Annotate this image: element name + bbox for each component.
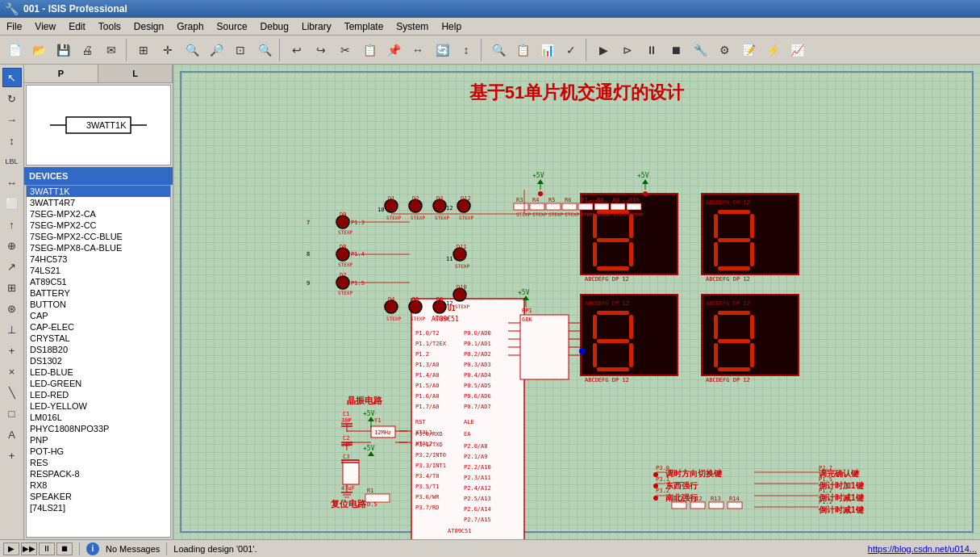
comp-crystal[interactable]: CRYSTAL xyxy=(27,333,170,344)
tb-tools2[interactable]: 🔧 xyxy=(689,39,711,61)
schematic-canvas-area[interactable]: 基于51单片机交通灯的设计 ABCDEFG DP 12 ABCDEFG DP 1… xyxy=(173,65,980,539)
tb-graph[interactable]: 📈 xyxy=(786,39,808,61)
comp-respack-8[interactable]: RESPACK-8 xyxy=(27,468,170,480)
tb-mirror[interactable]: ↕ xyxy=(455,39,477,61)
tool-line[interactable]: ╲ xyxy=(2,383,22,402)
comp-ds1302[interactable]: DS1302 xyxy=(27,355,170,366)
tb-redo[interactable]: ↪ xyxy=(310,39,332,61)
comp-speaker[interactable]: SPEAKER xyxy=(27,491,170,502)
tb-stop[interactable]: ⏹ xyxy=(665,39,687,61)
comp-7seg-mpx8-ca-blue[interactable]: 7SEG-MPX8-CA-BLUE xyxy=(27,242,170,253)
tb-bom[interactable]: 📊 xyxy=(536,39,558,61)
tb-open[interactable]: 📂 xyxy=(27,39,50,61)
menu-help[interactable]: Help xyxy=(435,19,468,34)
tb-zoom-out[interactable]: 🔎 xyxy=(205,39,227,61)
comp-led-blue[interactable]: LED-BLUE xyxy=(27,366,170,378)
tb-netlist[interactable]: 📋 xyxy=(511,39,534,61)
transport-pause[interactable]: ⏸ xyxy=(39,542,55,555)
tb-move[interactable]: ↔ xyxy=(407,39,429,61)
menu-file[interactable]: File xyxy=(0,19,28,34)
tool-power[interactable]: ⊛ xyxy=(2,299,22,318)
comp-74hc573[interactable]: 74HC573 xyxy=(27,253,170,265)
tb-grid[interactable]: ⊞ xyxy=(132,39,155,61)
tool-label[interactable]: LBL xyxy=(2,152,22,171)
comp-at89c51[interactable]: AT89C51 xyxy=(27,276,170,287)
comp-cap-elec[interactable]: CAP-ELEC xyxy=(27,321,170,333)
tb-zoom-fit[interactable]: ⊡ xyxy=(229,39,252,61)
comp-led-green[interactable]: LED-GREEN xyxy=(27,378,170,389)
tool-text[interactable]: A xyxy=(2,425,22,444)
menu-source[interactable]: Source xyxy=(211,19,254,34)
comp-7seg-mpx2-cc-blue[interactable]: 7SEG-MPX2-CC-BLUE xyxy=(27,231,170,242)
menu-debug[interactable]: Debug xyxy=(254,19,295,34)
comp-ds18b20[interactable]: DS18B20 xyxy=(27,344,170,355)
menu-tools[interactable]: Tools xyxy=(92,19,127,34)
tool-pointer[interactable]: ↖ xyxy=(2,68,22,87)
comp-led-red[interactable]: LED-RED xyxy=(27,389,170,400)
transport-play-fast[interactable]: ▶▶ xyxy=(21,542,37,555)
tb-pause[interactable]: ⏸ xyxy=(640,39,663,61)
comp-cap[interactable]: CAP xyxy=(27,310,170,321)
tb-print[interactable]: 🖨 xyxy=(76,39,98,61)
tb-undo[interactable]: ↩ xyxy=(286,39,308,61)
tb-email[interactable]: ✉ xyxy=(100,39,123,61)
tb-rotate[interactable]: 🔄 xyxy=(431,39,453,61)
tb-check[interactable]: ✓ xyxy=(560,39,582,61)
tool-undo[interactable]: ↻ xyxy=(2,89,22,108)
tb-copy[interactable]: 📋 xyxy=(358,39,381,61)
tb-search[interactable]: 🔍 xyxy=(487,39,510,61)
component-list[interactable]: 3WATT1K 3WATT4R7 7SEG-MPX2-CA 7SEG-MPX2-… xyxy=(26,185,171,538)
tool-box[interactable]: □ xyxy=(2,404,22,423)
tool-terminal[interactable]: ⊕ xyxy=(2,236,22,255)
comp-7seg-mpx2-cc[interactable]: 7SEG-MPX2-CC xyxy=(27,220,170,231)
transport-stop[interactable]: ⏹ xyxy=(56,542,73,555)
menu-library[interactable]: Library xyxy=(295,19,338,34)
menu-graph[interactable]: Graph xyxy=(170,19,210,34)
panel-tab-l[interactable]: L xyxy=(98,65,173,82)
comp-pot-hg[interactable]: POT-HG xyxy=(27,446,170,457)
comp-res[interactable]: RES xyxy=(27,457,170,468)
comp-battery[interactable]: BATTERY xyxy=(27,287,170,299)
tb-prop[interactable]: 📝 xyxy=(737,39,760,61)
tool-probe[interactable]: ↑ xyxy=(2,215,22,234)
menu-edit[interactable]: Edit xyxy=(62,19,92,34)
tb-run[interactable]: ▶ xyxy=(592,39,615,61)
comp-7seg-mpx2-ca[interactable]: 7SEG-MPX2-CA xyxy=(27,208,170,220)
tool-script[interactable]: ⬜ xyxy=(2,194,22,213)
transport-play[interactable]: ▶ xyxy=(3,542,19,555)
menu-system[interactable]: System xyxy=(390,19,435,34)
panel-tab-p[interactable]: P xyxy=(24,65,98,82)
tb-step[interactable]: ⊳ xyxy=(616,39,639,61)
comp-74ls21b[interactable]: [74LS21] xyxy=(27,502,170,513)
comp-pnp[interactable]: PNP xyxy=(27,434,170,446)
menu-template[interactable]: Template xyxy=(338,19,390,34)
tool-symbol[interactable]: + xyxy=(2,446,22,465)
tool-wire[interactable]: → xyxy=(2,110,22,129)
schematic-canvas[interactable]: 基于51单片机交通灯的设计 ABCDEFG DP 12 ABCDEFG DP 1… xyxy=(173,65,980,539)
tool-pin[interactable]: ↗ xyxy=(2,257,22,276)
tb-crosshair[interactable]: ✛ xyxy=(156,39,179,61)
comp-3watt1k[interactable]: 3WATT1K xyxy=(27,186,170,197)
tb-save[interactable]: 💾 xyxy=(52,39,74,61)
tool-port[interactable]: ⊞ xyxy=(2,278,22,297)
tb-zoom-in[interactable]: 🔍 xyxy=(181,39,203,61)
tool-netname[interactable]: ↔ xyxy=(2,173,22,192)
menu-design[interactable]: Design xyxy=(127,19,170,34)
tool-bus[interactable]: ↕ xyxy=(2,131,22,150)
comp-3watt4r7[interactable]: 3WATT4R7 xyxy=(27,197,170,208)
comp-rx8[interactable]: RX8 xyxy=(27,480,170,491)
tb-cut[interactable]: ✂ xyxy=(334,39,357,61)
tb-sim[interactable]: ⚡ xyxy=(761,39,784,61)
tool-noconn[interactable]: × xyxy=(2,362,22,381)
tb-zoom-area[interactable]: 🔍 xyxy=(253,39,276,61)
comp-lm016l[interactable]: LM016L xyxy=(27,412,170,423)
comp-phyc[interactable]: PHYC1808NPO33P xyxy=(27,423,170,434)
tb-config[interactable]: ⚙ xyxy=(713,39,736,61)
menu-view[interactable]: View xyxy=(28,19,62,34)
comp-button[interactable]: BUTTON xyxy=(27,299,170,310)
comp-led-yellow[interactable]: LED-YELLOW xyxy=(27,400,170,412)
comp-74ls21[interactable]: 74LS21 xyxy=(27,265,170,276)
tb-new[interactable]: 📄 xyxy=(3,39,26,61)
tb-paste[interactable]: 📌 xyxy=(382,39,405,61)
tool-ground[interactable]: ⊥ xyxy=(2,320,22,339)
